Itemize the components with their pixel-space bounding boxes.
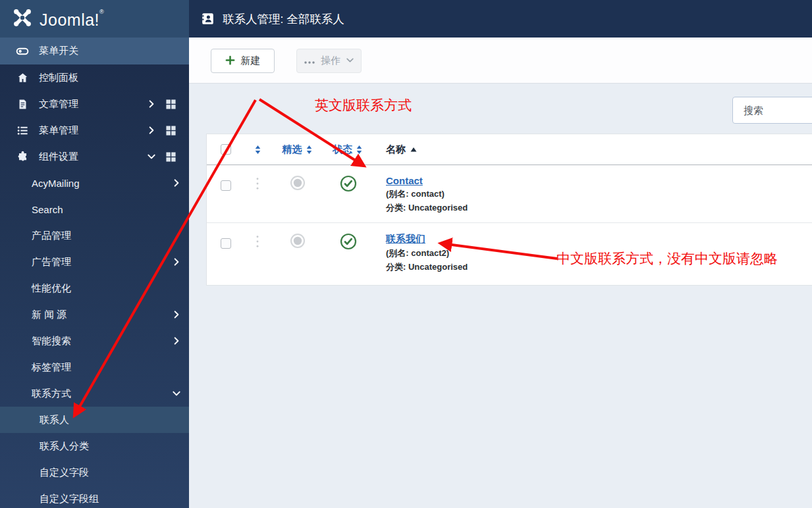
featured-column-header[interactable]: 精选 — [283, 143, 313, 156]
joomla-admin-window: Joomla!® 菜单开关 控制面板 文章管理 — [0, 0, 812, 508]
home-icon — [16, 71, 29, 84]
featured-toggle-off-icon[interactable] — [290, 233, 306, 251]
status-published-icon[interactable] — [340, 175, 357, 195]
actions-dropdown-button[interactable]: 操作 — [296, 49, 362, 73]
chevron-right-icon — [172, 310, 181, 319]
sort-asc-icon — [410, 146, 418, 153]
sidebar-item-performance[interactable]: 性能优化 — [0, 275, 189, 301]
sidebar-nav: 菜单开关 控制面板 文章管理 菜单管理 — [0, 38, 189, 508]
new-button[interactable]: 新建 — [211, 49, 275, 73]
status-published-icon[interactable] — [340, 233, 357, 253]
grid-icon[interactable] — [165, 99, 176, 110]
sidebar-item-custom-fields[interactable]: 自定义字段 — [0, 459, 189, 486]
chevron-right-icon — [172, 178, 181, 188]
drag-handle-icon[interactable] — [256, 233, 259, 251]
drag-handle-icon[interactable] — [256, 175, 259, 193]
titlebar: 联系人管理: 全部联系人 — [189, 0, 812, 38]
puzzle-icon — [16, 150, 29, 163]
sidebar-item-contacts-menu[interactable]: 联系方式 — [0, 380, 189, 407]
row-checkbox[interactable] — [221, 238, 231, 249]
table-row: Contact (别名: contact) 分类: Uncategorised — [207, 165, 812, 223]
row-checkbox[interactable] — [221, 180, 231, 191]
search-input[interactable] — [732, 97, 812, 124]
grid-icon[interactable] — [165, 151, 176, 163]
contact-category: 分类: Uncategorised — [386, 261, 468, 273]
contact-name-link[interactable]: 联系我们 — [386, 233, 425, 245]
menu-toggle-icon — [16, 45, 29, 58]
brand-name: Joomla!® — [40, 9, 104, 30]
chevron-right-icon — [172, 257, 181, 267]
contact-category: 分类: Uncategorised — [386, 202, 468, 214]
sidebar-item-contacts[interactable]: 联系人 — [0, 407, 189, 433]
logo[interactable]: Joomla!® — [0, 0, 189, 38]
sidebar-item-control-panel[interactable]: 控制面板 — [0, 64, 189, 91]
sidebar: Joomla!® 菜单开关 控制面板 文章管理 — [0, 0, 189, 508]
chevron-right-icon — [147, 126, 156, 135]
sidebar-item-search[interactable]: Search — [0, 196, 189, 222]
sidebar-item-tags[interactable]: 标签管理 — [0, 354, 189, 380]
table-header-row: 精选 状态 名称 — [207, 134, 812, 165]
page-title: 联系人管理: 全部联系人 — [223, 11, 344, 27]
sidebar-item-articles[interactable]: 文章管理 — [0, 91, 189, 117]
sidebar-item-components[interactable]: 组件设置 — [0, 143, 189, 170]
grid-icon[interactable] — [165, 125, 176, 136]
main-content: 精选 状态 名称 — [189, 84, 812, 508]
contact-alias: (别名: contact2) — [386, 247, 468, 259]
sidebar-item-menus[interactable]: 菜单管理 — [0, 117, 189, 143]
chevron-right-icon — [147, 99, 156, 109]
table-row: 联系我们 (别名: contact2) 分类: Uncategorised — [207, 223, 812, 285]
menu-list-icon — [16, 124, 29, 137]
chevron-down-icon — [147, 152, 156, 161]
joomla-logo-icon — [12, 7, 33, 31]
featured-toggle-off-icon[interactable] — [290, 175, 306, 193]
sort-icon — [305, 145, 313, 155]
ellipsis-icon — [304, 55, 315, 66]
chevron-right-icon — [172, 336, 181, 345]
chevron-down-icon — [172, 389, 181, 398]
contacts-table: 精选 状态 名称 — [206, 134, 812, 286]
sidebar-item-acymailing[interactable]: AcyMailing — [0, 170, 189, 196]
sidebar-item-menu-toggle[interactable]: 菜单开关 — [0, 38, 189, 64]
chevron-down-icon — [346, 55, 354, 66]
sidebar-item-contact-categories[interactable]: 联系人分类 — [0, 433, 189, 459]
article-icon — [16, 97, 29, 111]
contact-alias: (别名: contact) — [386, 188, 468, 200]
toolbar: 新建 操作 — [189, 38, 812, 84]
sidebar-item-news-feeds[interactable]: 新 闻 源 — [0, 301, 189, 328]
select-all-checkbox[interactable] — [221, 144, 231, 155]
ordering-column-header[interactable] — [254, 145, 262, 155]
plus-icon — [225, 55, 235, 67]
sidebar-item-smart-search[interactable]: 智能搜索 — [0, 328, 189, 354]
status-column-header[interactable]: 状态 — [333, 143, 364, 156]
sidebar-item-custom-field-groups[interactable]: 自定义字段组 — [0, 486, 189, 508]
name-column-header[interactable]: 名称 — [386, 143, 418, 156]
contact-name-link[interactable]: Contact — [386, 175, 423, 186]
contact-card-icon — [201, 12, 215, 26]
sort-icon — [355, 145, 364, 155]
sidebar-item-banners[interactable]: 广告管理 — [0, 249, 189, 275]
sidebar-item-products[interactable]: 产品管理 — [0, 222, 189, 249]
